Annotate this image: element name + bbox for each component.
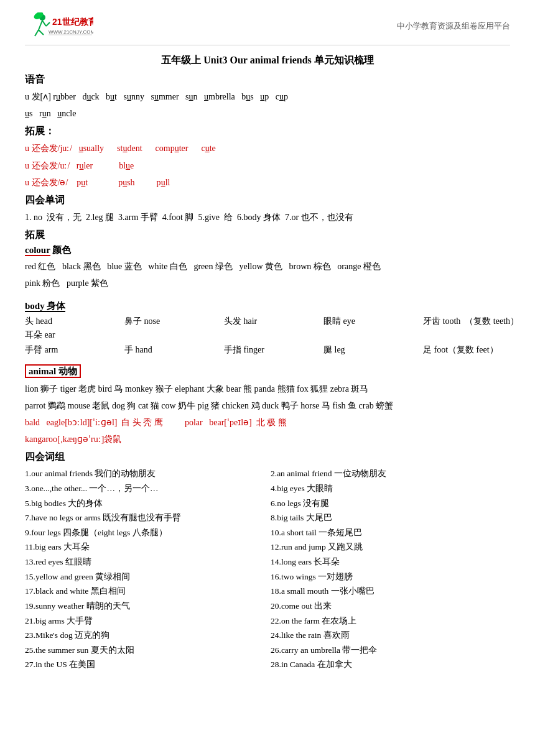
phrase-26: 26.carry an umbrella 带一把伞 [271,643,510,658]
body-nose: 鼻子 nose [124,316,224,327]
svg-line-3 [39,30,44,35]
svg-line-2 [35,30,39,36]
phrase-25: 25.the summer sun 夏天的太阳 [25,643,264,658]
body-leg: 腿 leg [323,344,423,356]
page: 21世纪教育 WWW.21CNJY.COM 中小学教育资源及组卷应用平台 五年级… [0,0,535,691]
phrase-12: 12.run and jump 又跑又跳 [271,540,510,555]
phrase-18: 18.a small mouth 一张小嘴巴 [271,584,510,599]
body-heading: body 身体 [25,301,65,312]
body-tooth: 牙齿 tooth （复数 teeth） [423,316,535,327]
phrase-13: 13.red eyes 红眼睛 [25,555,264,569]
phrase-2: 2.an animal friend 一位动物朋友 [271,466,510,481]
phrase-16: 16.two wings 一对翅膀 [271,569,510,584]
svg-text:WWW.21CNJY.COM: WWW.21CNJY.COM [49,29,93,35]
body-items-row1: 头 head 鼻子 nose 头发 hair 眼睛 eye 牙齿 tooth （… [25,316,510,327]
phrase-14: 14.long ears 长耳朵 [271,555,510,569]
body-arm: 手臂 arm [25,344,124,356]
animal-line2: parrot 鹦鹉 mouse 老鼠 dog 狗 cat 猫 cow 奶牛 pi… [25,398,510,413]
colour-line2: pink 粉色 purple 紫色 [25,275,510,291]
phrase-9: 9.four legs 四条腿（eight legs 八条腿） [25,525,264,540]
phonics-line1: u 发[ʌ] rubber duck but sunny summer sun … [25,89,510,104]
phrase-19: 19.sunny weather 晴朗的天气 [25,599,264,614]
phrase-4: 4.big eyes 大眼睛 [271,481,510,496]
sihui-words-heading: 四会单词 [25,194,510,207]
logo-area: 21世纪教育 WWW.21CNJY.COM [25,12,93,40]
header-right-text: 中小学教育资源及组卷应用平台 [397,21,510,32]
phrase-24: 24.like the rain 喜欢雨 [271,628,510,643]
svg-text:21世纪教育: 21世纪教育 [52,17,93,27]
svg-line-1 [39,21,42,30]
animal-heading: animal 动物 [25,364,81,378]
phrase-23: 23.Mike's dog 迈克的狗 [25,628,264,643]
phrase-11: 11.big ears 大耳朵 [25,540,264,555]
phrase-5: 5.big bodies 大的身体 [25,496,264,511]
phrase-3: 3.one...,the other... 一个…，另一个… [25,481,264,496]
ext1-line1: u 还会发/juː/ usually student computer cute [25,141,510,156]
phonics-line2: us run uncle [25,106,510,121]
phrase-1: 1.our animal friends 我们的动物朋友 [25,466,264,481]
phrase-21: 21.big arms 大手臂 [25,614,264,629]
colour-cn: 颜色 [50,245,72,255]
sihui-phrases-heading: 四会词组 [25,451,510,464]
phrase-28: 28.in Canada 在加拿大 [271,657,510,672]
phrase-27: 27.in the US 在美国 [25,657,264,672]
body-head: 头 head [25,316,124,327]
phrase-15: 15.yellow and green 黄绿相间 [25,569,264,584]
extension1-heading: 拓展： [25,125,510,138]
phrase-6: 6.no legs 没有腿 [271,496,510,511]
animal-line3: bald eagle[bɔːld][ˈiːɡəl] 白 头 秃 鹰 polar … [25,415,510,430]
svg-line-4 [42,21,46,26]
phrase-7: 7.have no legs or arms 既没有腿也没有手臂 [25,510,264,525]
body-hair: 头发 hair [224,316,323,327]
header: 21世纪教育 WWW.21CNJY.COM 中小学教育资源及组卷应用平台 [25,12,510,45]
body-ear: 耳朵 ear [25,330,124,341]
animal-line1: lion 狮子 tiger 老虎 bird 鸟 monkey 猴子 elepha… [25,381,510,397]
body-ear-row: 耳朵 ear [25,330,510,341]
phrase-20: 20.come out 出来 [271,599,510,614]
body-items-row2: 手臂 arm 手 hand 手指 finger 腿 leg 足 foot（复数 … [25,344,510,356]
body-finger: 手指 finger [224,344,323,356]
body-eye: 眼睛 eye [323,316,423,327]
body-hand: 手 hand [124,344,224,356]
animal-line4: kangaroo[ˌkæŋɡəˈruː]袋鼠 [25,431,510,447]
extension2-heading: 拓展 [25,229,510,242]
phrases-grid: 1.our animal friends 我们的动物朋友 2.an animal… [25,466,510,672]
ext1-line2: u 还会发/uː/ ruler blue [25,158,510,173]
colour-line1: red 红色 black 黑色 blue 蓝色 white 白色 green 绿… [25,259,510,274]
ext1-line3: u 还会发/ə/ put push pull [25,175,510,190]
svg-line-5 [46,22,50,26]
phonics-heading: 语音 [25,73,510,86]
phrase-8: 8.big tails 大尾巴 [271,510,510,525]
main-title: 五年级上 Unit3 Our animal friends 单元知识梳理 [25,54,510,67]
phrase-17: 17.black and white 黑白相间 [25,584,264,599]
sihui-words-line1: 1. no 没有，无 2.leg 腿 3.arm 手臂 4.foot 脚 5.g… [25,210,510,225]
colour-heading: colour [25,245,50,256]
phrase-22: 22.on the farm 在农场上 [271,614,510,629]
logo-svg: 21世纪教育 WWW.21CNJY.COM [25,12,93,40]
body-foot: 足 foot（复数 feet） [423,344,535,356]
phrase-10: 10.a short tail 一条短尾巴 [271,525,510,540]
